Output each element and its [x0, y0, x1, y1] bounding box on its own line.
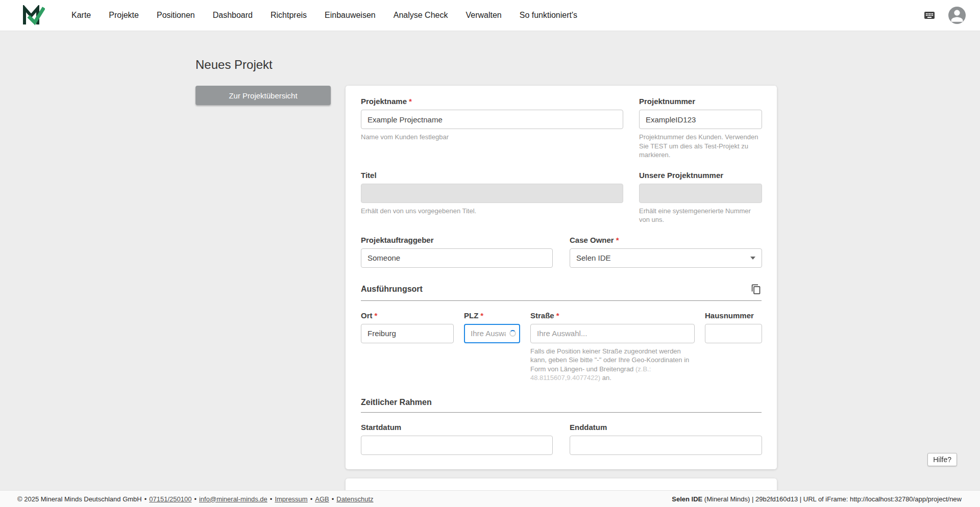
- footer-separator: •: [144, 495, 147, 503]
- case-owner-select[interactable]: Selen IDE: [570, 248, 762, 268]
- required-asterisk: *: [375, 311, 378, 320]
- startdatum-label: Startdatum: [361, 423, 553, 432]
- field-unsere-projektnummer: Unsere Projektnummer Erhält eine systemg…: [639, 171, 762, 224]
- keyboard-icon[interactable]: [922, 9, 937, 21]
- field-case-owner: Case Owner* Selen IDE: [570, 236, 762, 268]
- project-form-card: Projektname* Name vom Kunden festlegbar …: [346, 86, 777, 469]
- field-plz: PLZ*: [464, 311, 520, 383]
- footer-left: © 2025 Mineral Minds Deutschland GmbH • …: [17, 495, 374, 503]
- mineral-minds-logo[interactable]: [22, 5, 46, 26]
- required-asterisk: *: [556, 311, 559, 320]
- projektname-input[interactable]: [361, 110, 623, 129]
- footer-phone-link[interactable]: 07151/250100: [149, 495, 191, 503]
- footer-impressum-link[interactable]: Impressum: [275, 495, 307, 503]
- page-title: Neues Projekt: [195, 58, 980, 72]
- startdatum-input[interactable]: [361, 436, 553, 455]
- titel-input: [361, 184, 623, 203]
- unsere-projektnummer-input: [639, 184, 762, 203]
- unsere-projektnummer-label: Unsere Projektnummer: [639, 171, 762, 180]
- field-startdatum: Startdatum: [361, 423, 553, 455]
- left-column: Zur Projektübersicht: [195, 86, 346, 105]
- strasse-label: Straße*: [530, 311, 695, 320]
- enddatum-input[interactable]: [570, 436, 762, 455]
- projektnummer-label: Projektnummer: [639, 97, 762, 106]
- main-nav: Karte Projekte Positionen Dashboard Rich…: [71, 11, 577, 20]
- user-avatar-icon[interactable]: [948, 7, 966, 24]
- required-asterisk: *: [480, 311, 483, 320]
- field-projektnummer: Projektnummer Projektnummer des Kunden. …: [639, 97, 762, 160]
- footer-separator: •: [310, 495, 313, 503]
- field-strasse: Straße* Falls die Position keiner Straße…: [530, 311, 695, 383]
- nav-item-analyse-check[interactable]: Analyse Check: [394, 11, 448, 20]
- footer-session-details: (Mineral Minds) | 29b2fd160d13 | URL of …: [702, 495, 962, 503]
- required-asterisk: *: [616, 236, 619, 244]
- page-root: Karte Projekte Positionen Dashboard Rich…: [0, 0, 980, 507]
- projektname-helper: Name vom Kunden festlegbar: [361, 133, 623, 142]
- field-projektname: Projektname* Name vom Kunden festlegbar: [361, 97, 623, 160]
- unsere-projektnummer-helper: Erhält eine systemgenerierte Nummer von …: [639, 207, 762, 224]
- nav-item-so-funktionierts[interactable]: So funktioniert's: [520, 11, 577, 20]
- strasse-helper: Falls die Position keiner Straße zugeord…: [530, 347, 695, 383]
- nav-item-dashboard[interactable]: Dashboard: [213, 11, 253, 20]
- strasse-input[interactable]: [530, 324, 695, 343]
- footer-agb-link[interactable]: AGB: [315, 495, 329, 503]
- footer-separator: •: [194, 495, 197, 503]
- projektauftraggeber-label: Projektauftraggeber: [361, 236, 553, 244]
- nav-item-projekte[interactable]: Projekte: [109, 11, 139, 20]
- copy-icon[interactable]: [751, 283, 762, 295]
- field-hausnummer: Hausnummer: [705, 311, 762, 383]
- hausnummer-input[interactable]: [705, 324, 762, 343]
- navbar-icons: [922, 7, 966, 24]
- field-projektauftraggeber: Projektauftraggeber: [361, 236, 553, 268]
- footer-session-info: Selen IDE (Mineral Minds) | 29b2fd160d13…: [672, 495, 962, 503]
- back-to-project-overview-button[interactable]: Zur Projektübersicht: [195, 86, 331, 105]
- required-asterisk: *: [409, 97, 412, 106]
- titel-helper: Erhält den von uns vorgegebenen Titel.: [361, 207, 623, 216]
- help-button[interactable]: Hilfe?: [927, 453, 957, 466]
- ausfuehrungsort-heading: Ausführungsort: [361, 285, 423, 294]
- footer-separator: •: [332, 495, 334, 503]
- nav-item-karte[interactable]: Karte: [71, 11, 91, 20]
- footer: © 2025 Mineral Minds Deutschland GmbH • …: [0, 490, 980, 507]
- case-owner-value: Selen IDE: [576, 253, 611, 262]
- copyright-text: © 2025 Mineral Minds Deutschland GmbH: [17, 495, 142, 503]
- nav-item-richtpreis[interactable]: Richtpreis: [271, 11, 307, 20]
- nav-item-positionen[interactable]: Positionen: [157, 11, 195, 20]
- loading-spinner-icon: [509, 330, 516, 337]
- projektname-label: Projektname*: [361, 97, 623, 106]
- footer-user-name: Selen IDE: [672, 495, 702, 503]
- hausnummer-label: Hausnummer: [705, 311, 762, 320]
- plz-label: PLZ*: [464, 311, 520, 320]
- enddatum-label: Enddatum: [570, 423, 762, 432]
- ort-input[interactable]: [361, 324, 454, 343]
- ort-label: Ort*: [361, 311, 454, 320]
- chevron-down-icon: [750, 257, 755, 260]
- nav-item-verwalten[interactable]: Verwalten: [465, 11, 501, 20]
- footer-datenschutz-link[interactable]: Datenschutz: [336, 495, 373, 503]
- titel-label: Titel: [361, 171, 623, 180]
- field-enddatum: Enddatum: [570, 423, 762, 455]
- case-owner-label: Case Owner*: [570, 236, 762, 244]
- section-zeitlicher-rahmen: Zeitlicher Rahmen: [361, 398, 762, 413]
- section-ausfuehrungsort: Ausführungsort: [361, 283, 762, 301]
- footer-separator: •: [270, 495, 273, 503]
- top-navbar: Karte Projekte Positionen Dashboard Rich…: [0, 0, 980, 31]
- field-ort: Ort*: [361, 311, 454, 383]
- footer-email-link[interactable]: info@mineral-minds.de: [199, 495, 267, 503]
- zeitlicher-rahmen-heading: Zeitlicher Rahmen: [361, 398, 432, 407]
- projektnummer-input[interactable]: [639, 110, 762, 129]
- field-titel: Titel Erhält den von uns vorgegebenen Ti…: [361, 171, 623, 224]
- main-content: Neues Projekt Zur Projektübersicht Proje…: [0, 31, 980, 507]
- projektauftraggeber-input[interactable]: [361, 248, 553, 268]
- projektnummer-helper: Projektnummer des Kunden. Verwenden Sie …: [639, 133, 762, 160]
- nav-item-einbauweisen[interactable]: Einbauweisen: [325, 11, 376, 20]
